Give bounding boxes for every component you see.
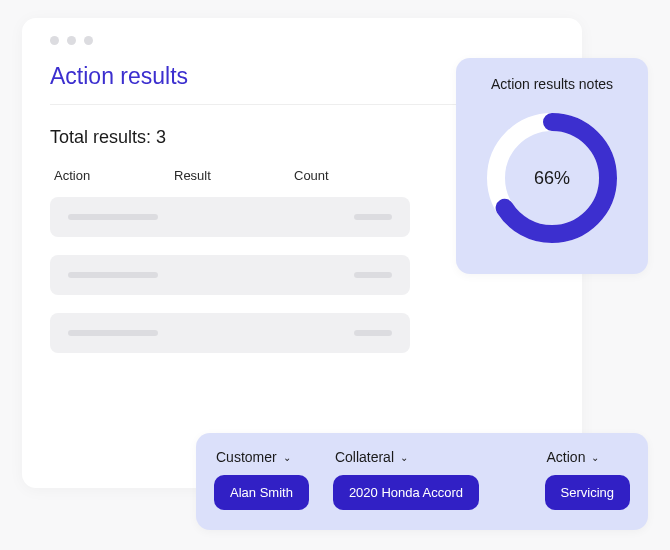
column-header-count: Count bbox=[294, 168, 329, 183]
table-row[interactable] bbox=[50, 255, 410, 295]
table-row[interactable] bbox=[50, 197, 410, 237]
placeholder-text bbox=[354, 330, 392, 336]
chevron-down-icon: ⌄ bbox=[400, 452, 408, 463]
placeholder-text bbox=[68, 330, 158, 336]
customer-dropdown[interactable]: Customer ⌄ bbox=[214, 449, 309, 465]
table-row[interactable] bbox=[50, 313, 410, 353]
column-header-result: Result bbox=[174, 168, 244, 183]
action-value-pill[interactable]: Servicing bbox=[545, 475, 630, 510]
window-controls bbox=[50, 36, 554, 45]
placeholder-text bbox=[68, 214, 158, 220]
chevron-down-icon: ⌄ bbox=[591, 452, 599, 463]
donut-percent-label: 66% bbox=[482, 108, 622, 248]
action-dropdown[interactable]: Action ⌄ bbox=[545, 449, 630, 465]
placeholder-text bbox=[68, 272, 158, 278]
filters-card: Customer ⌄ Alan Smith Collateral ⌄ 2020 … bbox=[196, 433, 648, 530]
placeholder-text bbox=[354, 214, 392, 220]
window-dot bbox=[84, 36, 93, 45]
chevron-down-icon: ⌄ bbox=[283, 452, 291, 463]
collateral-value-pill[interactable]: 2020 Honda Accord bbox=[333, 475, 479, 510]
action-label: Action bbox=[547, 449, 586, 465]
donut-title: Action results notes bbox=[491, 76, 613, 92]
window-dot bbox=[50, 36, 59, 45]
customer-value-pill[interactable]: Alan Smith bbox=[214, 475, 309, 510]
donut-chart: 66% bbox=[482, 108, 622, 248]
collateral-label: Collateral bbox=[335, 449, 394, 465]
collateral-dropdown[interactable]: Collateral ⌄ bbox=[333, 449, 479, 465]
action-results-notes-card: Action results notes 66% bbox=[456, 58, 648, 274]
customer-label: Customer bbox=[216, 449, 277, 465]
window-dot bbox=[67, 36, 76, 45]
placeholder-text bbox=[354, 272, 392, 278]
column-header-action: Action bbox=[54, 168, 124, 183]
